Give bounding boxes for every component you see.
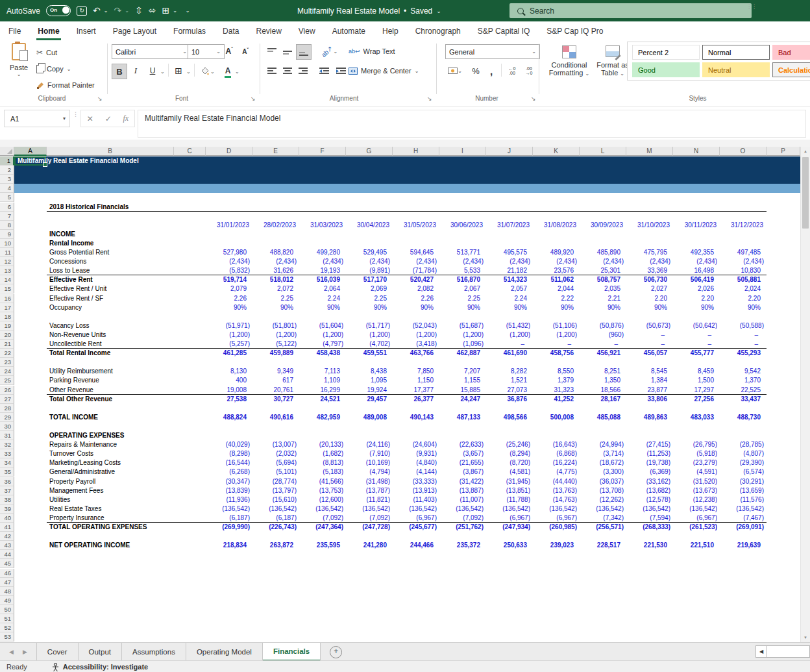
value-cell[interactable]: 489,920: [533, 248, 580, 257]
row-header-16[interactable]: 16: [0, 294, 14, 303]
date-cell[interactable]: 31/08/2023: [533, 221, 580, 230]
value-cell[interactable]: 90%: [206, 303, 252, 312]
undo-icon[interactable]: ↶: [93, 0, 101, 21]
value-cell[interactable]: 19,193: [299, 266, 346, 275]
value-cell[interactable]: 1,370: [720, 376, 767, 385]
value-cell[interactable]: 499,280: [299, 248, 346, 257]
value-cell[interactable]: 475,795: [626, 248, 673, 257]
value-cell[interactable]: 90%: [299, 303, 346, 312]
value-cell[interactable]: 8,130: [206, 367, 252, 376]
date-cell[interactable]: 28/02/2023: [252, 221, 299, 230]
sheet-tab-output[interactable]: Output: [79, 643, 123, 661]
row-header-14[interactable]: 14: [0, 275, 14, 284]
row-header-23[interactable]: 23: [0, 358, 14, 367]
autosave-toggle[interactable]: On: [46, 5, 71, 16]
menu-tab-view[interactable]: View: [290, 21, 324, 40]
value-cell[interactable]: 16,498: [673, 266, 720, 275]
value-cell[interactable]: 8,545: [626, 367, 673, 376]
row-header-21[interactable]: 21: [0, 340, 14, 349]
value-cell[interactable]: (8,294): [486, 449, 533, 458]
value-cell[interactable]: 9,542: [720, 367, 767, 376]
row-header-38[interactable]: 38: [0, 495, 14, 504]
value-cell[interactable]: 485,088: [580, 413, 626, 422]
menu-tab-chronograph[interactable]: Chronograph: [407, 21, 469, 40]
value-cell[interactable]: 24,521: [299, 395, 346, 404]
value-cell[interactable]: (6,967): [486, 514, 533, 523]
value-cell[interactable]: (136,542): [626, 504, 673, 514]
value-cell[interactable]: (52,043): [393, 321, 439, 330]
value-cell[interactable]: 461,285: [206, 349, 252, 358]
value-cell[interactable]: 41,252: [533, 395, 580, 404]
row-header-32[interactable]: 32: [0, 440, 14, 449]
value-cell[interactable]: (18,672): [580, 458, 626, 467]
value-cell[interactable]: (5,122): [252, 340, 299, 349]
value-cell[interactable]: 1,521: [486, 376, 533, 385]
vertical-scrollbar[interactable]: ▲ ▼: [800, 147, 810, 642]
value-cell[interactable]: (136,542): [673, 504, 720, 514]
value-cell[interactable]: (5,832): [206, 266, 252, 275]
value-cell[interactable]: –: [626, 340, 673, 349]
value-cell[interactable]: 1,095: [346, 376, 393, 385]
value-cell[interactable]: (16,544): [206, 458, 252, 467]
value-cell[interactable]: 2,064: [299, 284, 346, 293]
row-header-10[interactable]: 10: [0, 239, 14, 248]
value-cell[interactable]: (11,576): [720, 495, 767, 504]
value-cell[interactable]: (50,876): [580, 321, 626, 330]
value-cell[interactable]: 2.20: [673, 294, 720, 303]
column-header-f[interactable]: F: [299, 147, 346, 156]
value-cell[interactable]: 36,876: [486, 395, 533, 404]
value-cell[interactable]: (136,542): [252, 504, 299, 514]
value-cell[interactable]: (51,432): [486, 321, 533, 330]
value-cell[interactable]: (11,403): [393, 495, 439, 504]
value-cell[interactable]: 18,566: [580, 386, 626, 395]
value-cell[interactable]: 500,008: [533, 413, 580, 422]
column-header-b[interactable]: B: [47, 147, 174, 156]
row-header-46[interactable]: 46: [0, 569, 14, 578]
value-cell[interactable]: (11,788): [486, 495, 533, 504]
value-cell[interactable]: 482,959: [299, 413, 346, 422]
value-cell[interactable]: (50,673): [626, 321, 673, 330]
increase-indent-button[interactable]: [334, 64, 348, 78]
value-cell[interactable]: (4,797): [299, 340, 346, 349]
value-cell[interactable]: (1,200): [252, 330, 299, 340]
value-cell[interactable]: (7,092): [439, 514, 486, 523]
column-header-d[interactable]: D: [206, 147, 252, 156]
value-cell[interactable]: (2,434): [299, 257, 346, 266]
value-cell[interactable]: 518,012: [252, 275, 299, 284]
value-cell[interactable]: (13,839): [206, 486, 252, 495]
value-cell[interactable]: 1,109: [299, 376, 346, 385]
value-cell[interactable]: 90%: [346, 303, 393, 312]
value-cell[interactable]: 461,690: [486, 349, 533, 358]
value-cell[interactable]: 16,299: [299, 386, 346, 395]
value-cell[interactable]: 2,035: [580, 284, 626, 293]
value-cell[interactable]: 505,881: [720, 275, 767, 284]
value-cell[interactable]: 517,170: [346, 275, 393, 284]
value-cell[interactable]: (51,687): [439, 321, 486, 330]
value-cell[interactable]: 27,256: [673, 395, 720, 404]
value-cell[interactable]: (4,144): [393, 467, 439, 477]
row-header-2[interactable]: 2: [0, 166, 14, 175]
value-cell[interactable]: (6,967): [393, 514, 439, 523]
value-cell[interactable]: 27,538: [206, 395, 252, 404]
value-cell[interactable]: (1,200): [393, 330, 439, 340]
value-cell[interactable]: (136,542): [393, 504, 439, 514]
value-cell[interactable]: (11,253): [626, 449, 673, 458]
value-cell[interactable]: (71,784): [393, 266, 439, 275]
value-cell[interactable]: 488,820: [252, 248, 299, 257]
row-header-26[interactable]: 26: [0, 386, 14, 395]
document-title-area[interactable]: Multifamily Real Estate Model • Saved ⌄: [297, 0, 441, 21]
date-cell[interactable]: 30/09/2023: [580, 221, 626, 230]
value-cell[interactable]: 508,757: [580, 275, 626, 284]
value-cell[interactable]: (260,985): [533, 523, 580, 532]
value-cell[interactable]: (13,753): [299, 486, 346, 495]
column-header-m[interactable]: M: [626, 147, 673, 156]
value-cell[interactable]: 7,850: [393, 367, 439, 376]
value-cell[interactable]: (1,200): [299, 330, 346, 340]
undo-chevron-icon[interactable]: ⌄: [104, 0, 108, 21]
fill-color-button[interactable]: [197, 64, 212, 78]
value-cell[interactable]: (2,434): [486, 257, 533, 266]
align-left-button[interactable]: [265, 64, 279, 78]
menu-tab-formulas[interactable]: Formulas: [165, 21, 214, 40]
row-header-29[interactable]: 29: [0, 413, 14, 422]
bottom-align-button[interactable]: [296, 44, 312, 60]
